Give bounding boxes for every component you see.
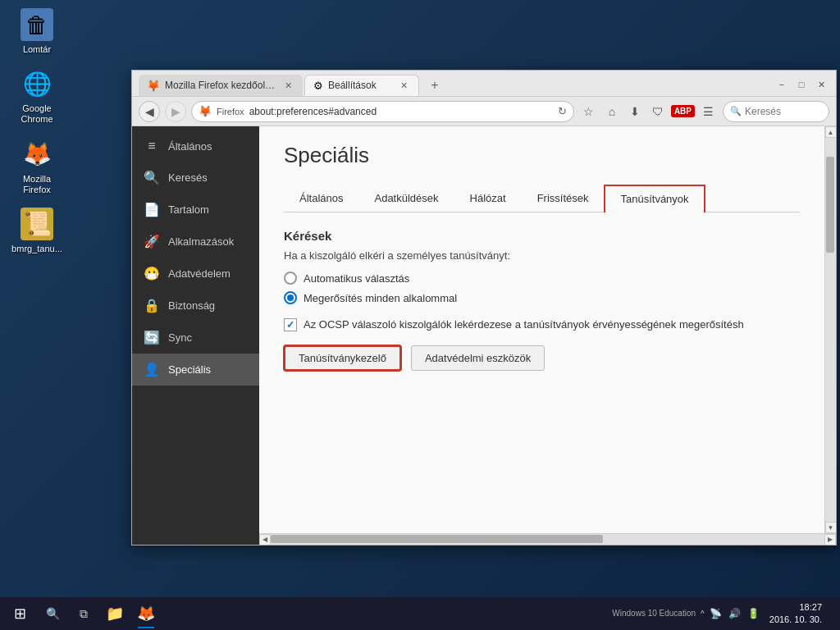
scroll-thumb-vertical[interactable]: [826, 157, 834, 253]
sidebar-item-tartalom[interactable]: 📄 Tartalom: [132, 194, 259, 226]
sync-icon: 🔄: [144, 330, 160, 345]
sidebar-item-adatvedelem[interactable]: 😷 Adatvédelem: [132, 258, 259, 290]
ocsp-checkbox-label: Az OCSP válaszoló kiszolgálók lekérdezes…: [304, 317, 744, 332]
taskbar-clock[interactable]: 18:27 2016. 10. 30.: [769, 601, 829, 627]
tartalom-icon: 📄: [144, 202, 160, 217]
altalanos-label: Általános: [168, 140, 212, 153]
shield-icon[interactable]: 🛡: [648, 102, 668, 121]
tab-settings[interactable]: ⚙ Beállítások ✕: [304, 75, 419, 96]
google-chrome-icon[interactable]: 🌐 Google Chrome: [8, 67, 66, 125]
title-bar: 🦊 Mozilla Firefox kezdőoldal ✕ ⚙ Beállít…: [132, 71, 836, 97]
tray-network-icon[interactable]: 📡: [708, 606, 724, 621]
address-bar-input[interactable]: [249, 106, 553, 117]
scroll-track-vertical[interactable]: [825, 138, 837, 522]
search-bar-wrapper[interactable]: 🔍: [723, 101, 829, 122]
sidebar-item-altalanos[interactable]: ≡ Általános: [132, 130, 259, 162]
adatvedelem-label: Adatvédelem: [168, 267, 231, 280]
firefox-text: Firefox: [217, 107, 244, 116]
radio-confirm[interactable]: Megerősítés minden alkalommal: [284, 291, 800, 304]
back-button[interactable]: ◀: [139, 101, 160, 122]
scroll-left-button[interactable]: ◀: [259, 534, 271, 546]
download-icon[interactable]: ⬇: [625, 102, 645, 121]
recycle-bin-label: Lomtár: [23, 44, 51, 55]
clock-date: 2016. 10. 30.: [769, 614, 822, 626]
taskbar-firefox[interactable]: 🦊: [131, 599, 161, 628]
tray-chevron[interactable]: ^: [701, 609, 705, 619]
button-row: Tanúsítványkezelő Adatvédelmi eszközök: [284, 345, 800, 371]
settings-tab-label: Beállítások: [328, 80, 392, 91]
sub-tab-altalanos[interactable]: Általános: [284, 185, 358, 212]
chrome-image: 🌐: [21, 67, 53, 100]
taskbar: ⊞ 🔍 ⧉ 📁 🦊 Windows 10 Education ^ 📡 🔊 🔋 1…: [0, 597, 840, 630]
tab-firefox-home[interactable]: 🦊 Mozilla Firefox kezdőoldal ✕: [139, 75, 303, 96]
tray-volume-icon[interactable]: 🔊: [727, 606, 742, 621]
scroll-track-horizontal[interactable]: [271, 534, 824, 546]
adblock-button[interactable]: ABP: [671, 105, 695, 117]
ocsp-checkbox[interactable]: [284, 318, 297, 331]
system-tray: ^ 📡 🔊 🔋: [701, 606, 768, 621]
sync-label: Sync: [168, 331, 192, 344]
clock-time: 18:27: [769, 601, 822, 614]
certificate-icon[interactable]: 📜 bmrg_tanu...: [8, 208, 66, 254]
desktop-icons: 🗑 Lomtár 🌐 Google Chrome 🦊 Mozilla Firef…: [8, 8, 66, 254]
sub-tab-adatkuldesek[interactable]: Adatküldések: [358, 185, 454, 212]
settings-sidebar: ≡ Általános 🔍 Keresés 📄 Tartalom 🚀 Alkal…: [132, 126, 259, 545]
biztonsag-icon: 🔒: [144, 298, 160, 313]
sub-tab-halozat[interactable]: Hálózat: [454, 185, 522, 212]
task-view-button[interactable]: ⧉: [69, 599, 98, 628]
search-input[interactable]: [745, 106, 810, 117]
page-title: Speciális: [284, 143, 800, 168]
minimize-button[interactable]: −: [774, 76, 790, 93]
close-button[interactable]: ✕: [813, 76, 829, 93]
sidebar-item-sync[interactable]: 🔄 Sync: [132, 322, 259, 354]
radio-group: Automatikus választás Megerősítés minden…: [284, 272, 800, 304]
sub-tabs: Általános Adatküldések Hálózat Frissítés…: [284, 185, 800, 212]
taskbar-file-explorer[interactable]: 📁: [100, 599, 130, 628]
sub-tab-tanusitvanyok[interactable]: Tanúsítványok: [604, 185, 705, 212]
recycle-bin-image: 🗑: [21, 8, 53, 41]
address-bar-wrapper[interactable]: 🦊 Firefox ↻: [191, 101, 574, 122]
forward-button[interactable]: ▶: [165, 101, 186, 122]
firefox-tab-close[interactable]: ✕: [281, 79, 294, 92]
settings-tab-close[interactable]: ✕: [397, 79, 410, 92]
taskbar-search-button[interactable]: 🔍: [38, 599, 67, 628]
bookmark-icon[interactable]: ☆: [579, 102, 599, 121]
sidebar-item-alkalmazasok[interactable]: 🚀 Alkalmazások: [132, 226, 259, 258]
privacy-tools-button[interactable]: Adatvédelmi eszközök: [411, 345, 545, 371]
sidebar-item-biztonsag[interactable]: 🔒 Biztonság: [132, 290, 259, 322]
sidebar-item-kereses[interactable]: 🔍 Keresés: [132, 162, 259, 194]
scroll-thumb-horizontal[interactable]: [271, 535, 603, 543]
radio-auto[interactable]: Automatikus választás: [284, 272, 800, 285]
menu-icon[interactable]: ☰: [698, 102, 718, 121]
certificate-image: 📜: [21, 208, 53, 240]
sub-tab-frissites[interactable]: Frissítések: [522, 185, 605, 212]
maximize-button[interactable]: □: [793, 76, 810, 93]
tray-battery-icon[interactable]: 🔋: [746, 606, 761, 621]
alkalmazasok-icon: 🚀: [144, 234, 160, 249]
scroll-up-button[interactable]: ▲: [825, 126, 837, 138]
section-title: Kérések: [284, 229, 800, 243]
radio-auto-label: Automatikus választás: [304, 272, 409, 285]
vertical-scrollbar[interactable]: ▲ ▼: [824, 126, 836, 533]
section-desc: Ha a kiszolgáló elkéri a személyes tanús…: [284, 249, 800, 262]
reload-button[interactable]: ↻: [558, 105, 567, 117]
firefox-tab-icon: 🦊: [147, 80, 160, 92]
radio-confirm-button[interactable]: [284, 291, 297, 304]
recycle-bin-icon[interactable]: 🗑 Lomtár: [8, 8, 66, 55]
cert-manager-button[interactable]: Tanúsítványkezelő: [284, 345, 401, 371]
new-tab-button[interactable]: +: [424, 75, 445, 96]
kereses-icon: 🔍: [144, 170, 160, 185]
radio-auto-button[interactable]: [284, 272, 297, 285]
biztonsag-label: Biztonság: [168, 299, 215, 312]
horizontal-scrollbar[interactable]: ◀ ▶: [259, 533, 836, 545]
adatvedelem-icon: 😷: [144, 266, 160, 281]
alkalmazasok-label: Alkalmazások: [168, 235, 234, 248]
firefox-desktop-label: Mozilla Firefox: [8, 174, 66, 195]
scroll-down-button[interactable]: ▼: [825, 522, 837, 533]
settings-tab-icon: ⚙: [313, 80, 323, 92]
home-icon[interactable]: ⌂: [602, 102, 622, 121]
start-button[interactable]: ⊞: [3, 597, 36, 630]
sidebar-item-specialis[interactable]: 👤 Speciális: [132, 354, 259, 386]
mozilla-firefox-desktop-icon[interactable]: 🦊 Mozilla Firefox: [8, 138, 66, 195]
scroll-right-button[interactable]: ▶: [824, 534, 836, 546]
